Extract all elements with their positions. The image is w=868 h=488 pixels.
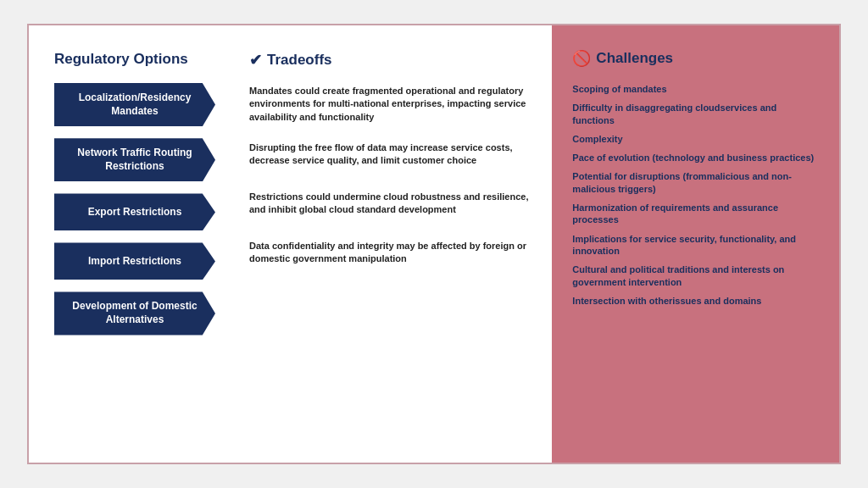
reg-options-list: Localization/Residency MandatesNetwork T… <box>54 83 232 336</box>
challenge-item: Complexity <box>572 133 819 145</box>
challenge-item: Scoping of mandates <box>572 83 819 95</box>
reg-option-button[interactable]: Development of Domestic Alternatives <box>54 291 215 335</box>
reg-option-item: Export Restrictions <box>54 193 232 230</box>
reg-option-button[interactable]: Network Traffic Routing Restrictions <box>54 138 215 181</box>
tradeoffs-title: ✔ Tradeoffs <box>249 51 535 69</box>
tradeoff-item: Data confidentiality and integrity may b… <box>249 244 535 281</box>
challenge-item: Pace of evolution (technology and busine… <box>572 152 819 164</box>
tradeoff-item: Mandates could create fragmented operati… <box>249 85 535 128</box>
reg-option-button[interactable]: Localization/Residency Mandates <box>54 83 215 126</box>
reg-option-item: Import Restrictions <box>54 242 232 280</box>
reg-option-item: Development of Domestic Alternatives <box>54 291 232 335</box>
challenge-item: Potential for disruptions (frommalicious… <box>572 170 819 195</box>
right-panel: 🚫 Challenges Scoping of mandatesDifficul… <box>552 25 839 463</box>
challenge-item: Intersection with otherissues and domain… <box>572 295 819 307</box>
tradeoffs-list: Mandates could create fragmented operati… <box>249 85 535 336</box>
regulatory-options-column: Regulatory Options Localization/Residenc… <box>54 51 241 446</box>
challenge-item: Cultural and political traditions and in… <box>572 263 819 288</box>
challenges-list: Scoping of mandatesDifficulty in disaggr… <box>572 83 819 307</box>
challenge-item: Difficulty in disaggregating cloudservic… <box>572 102 819 126</box>
challenge-item: Implications for service security, funct… <box>572 233 819 258</box>
no-sign-icon: 🚫 <box>572 49 591 68</box>
reg-option-button[interactable]: Export Restrictions <box>54 193 215 230</box>
reg-option-item: Network Traffic Routing Restrictions <box>54 138 232 181</box>
challenges-title: 🚫 Challenges <box>572 49 819 68</box>
challenge-item: Harmonization of requirements and assura… <box>572 202 819 226</box>
tradeoffs-column: ✔ Tradeoffs Mandates could create fragme… <box>241 51 535 446</box>
tradeoff-item: Restrictions could undermine cloud robus… <box>249 195 535 232</box>
reg-options-title: Regulatory Options <box>54 51 232 68</box>
checkmark-icon: ✔ <box>249 51 262 69</box>
reg-option-item: Localization/Residency Mandates <box>54 83 232 126</box>
tradeoff-item: Disrupting the free flow of data may inc… <box>249 140 535 183</box>
left-panel: Regulatory Options Localization/Residenc… <box>29 25 552 463</box>
reg-option-button[interactable]: Import Restrictions <box>54 242 215 280</box>
main-card: Regulatory Options Localization/Residenc… <box>27 24 841 464</box>
tradeoff-item <box>249 293 535 336</box>
